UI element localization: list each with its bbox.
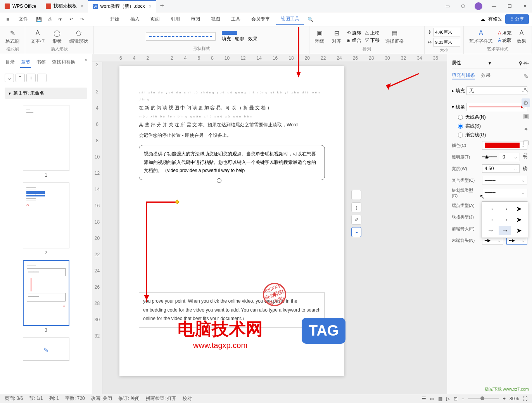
- view-icon[interactable]: ▷: [446, 396, 450, 401]
- text-outline-button[interactable]: A 轮廓: [498, 37, 511, 44]
- dash-select[interactable]: ━━━━: [482, 189, 527, 197]
- arrow-opt[interactable]: →: [484, 204, 497, 214]
- page-thumb-3[interactable]: ━━━━━━━━━━━━━━━━○: [23, 260, 69, 326]
- page-thumb-2[interactable]: ━━━━━━━━━━━━━━━━▬▬▬▬━━━━━━━━━━━━━━━━○: [23, 183, 69, 248]
- fill-section[interactable]: ▸ 填充无: [452, 85, 527, 96]
- status-revision[interactable]: 修订: 关闭: [118, 395, 140, 402]
- zoom-in-button[interactable]: +: [503, 396, 506, 401]
- group-button[interactable]: ⊞ 组合: [347, 37, 361, 44]
- fill-select[interactable]: 无: [466, 86, 527, 95]
- menu-icon[interactable]: ≡: [3, 15, 12, 24]
- reader-icon[interactable]: ▭: [440, 1, 454, 12]
- arrow-opt[interactable]: →: [499, 204, 511, 214]
- menu-drawing[interactable]: 绘图工具: [276, 13, 304, 25]
- view-icon[interactable]: ▭: [430, 396, 434, 401]
- text-fill-button[interactable]: A 填充: [498, 30, 511, 36]
- menu-review[interactable]: 审阅: [186, 14, 205, 25]
- minimize-panel-icon[interactable]: —: [522, 59, 530, 67]
- zoom-slider[interactable]: [468, 398, 499, 399]
- status-spellcheck[interactable]: 拼写检查: 打开: [146, 395, 176, 402]
- arrow-opt[interactable]: ➤: [513, 226, 525, 235]
- layout-icon[interactable]: ⫿: [351, 202, 361, 212]
- textbox-button[interactable]: A文本框: [28, 28, 47, 45]
- limit-icon[interactable]: ▣: [522, 112, 530, 120]
- zoom-out-icon[interactable]: −: [351, 190, 361, 200]
- format-painter[interactable]: ✎格式刷: [3, 28, 22, 45]
- pen-icon[interactable]: ✎: [522, 72, 530, 81]
- arrow-opt[interactable]: →: [499, 215, 511, 224]
- callout-shape[interactable]: 视频提供了功能强大的方法帮助您证明您的观点。当您单击联机视频时，可以在想要添加的…: [139, 145, 325, 180]
- red-arrow-shape[interactable]: [146, 202, 147, 302]
- view-icon[interactable]: ☰: [422, 396, 426, 401]
- tab-templates[interactable]: 找稻壳模板×: [41, 0, 88, 12]
- menu-member[interactable]: 会员专享: [247, 14, 275, 25]
- arrow-opt[interactable]: →: [484, 226, 497, 235]
- fill-preview[interactable]: [222, 31, 237, 35]
- opacity-input[interactable]: 0: [500, 153, 520, 161]
- width-input[interactable]: [433, 38, 460, 46]
- wrap-button[interactable]: ▣环绕: [313, 28, 326, 45]
- add-section-button[interactable]: +: [26, 74, 36, 82]
- add-tab-button[interactable]: +: [156, 2, 168, 10]
- ruler-horizontal[interactable]: 6422468101214161820222426283032343638404…: [92, 54, 447, 62]
- link-icon[interactable]: ⫘: [351, 227, 361, 237]
- search-icon[interactable]: 🔍: [306, 15, 315, 24]
- height-input[interactable]: [433, 28, 460, 36]
- eyedropper-icon[interactable]: ✐: [351, 215, 361, 225]
- zoom-out-button[interactable]: −: [461, 396, 464, 401]
- select-icon[interactable]: ↖: [522, 85, 530, 94]
- move-up-button[interactable]: △ 上移: [364, 30, 380, 36]
- redo-icon[interactable]: ↷: [78, 15, 87, 24]
- maximize-button[interactable]: ☐: [503, 1, 516, 12]
- menu-page[interactable]: 页面: [146, 14, 164, 25]
- status-proof[interactable]: 校对: [183, 395, 192, 402]
- fill-button[interactable]: 填充: [222, 36, 231, 42]
- arrow-opt[interactable]: ➤: [513, 204, 525, 214]
- arrow-opt[interactable]: ➤: [513, 215, 525, 224]
- collapse-button[interactable]: ⌵: [5, 74, 14, 82]
- line-none-radio[interactable]: 无线条(N): [452, 113, 527, 122]
- close-icon[interactable]: ×: [81, 3, 83, 9]
- tab-document[interactable]: Wword教程（新）.docx×: [88, 0, 156, 12]
- page-thumb-4[interactable]: ✎: [23, 338, 69, 361]
- undo-icon[interactable]: ↶: [67, 15, 76, 24]
- minimize-button[interactable]: —: [487, 1, 501, 12]
- line-section[interactable]: ▾ 线条: [452, 101, 527, 113]
- status-column[interactable]: 列: 1: [49, 395, 59, 402]
- page-thumb-1[interactable]: ━━━━━━━━━: [23, 105, 69, 171]
- nav-tab-toc[interactable]: 目录: [5, 57, 16, 68]
- status-words[interactable]: 字数: 720: [65, 395, 85, 402]
- status-overwrite[interactable]: 改写: 关闭: [91, 395, 112, 402]
- cube-icon[interactable]: ⬡: [456, 1, 470, 12]
- close-icon[interactable]: ×: [149, 4, 152, 9]
- settings-icon[interactable]: ⚙: [522, 98, 530, 107]
- menu-reference[interactable]: 引用: [166, 14, 185, 25]
- line-style-gallery[interactable]: [146, 32, 216, 41]
- bookmark-icon[interactable]: ◫: [522, 138, 530, 146]
- adjustment-handle[interactable]: [175, 200, 179, 204]
- expand-button[interactable]: ⌃: [16, 74, 25, 82]
- preview-icon[interactable]: 👁: [56, 15, 65, 24]
- line-gradient-radio[interactable]: 渐变线(G): [452, 131, 527, 140]
- line-solid-radio[interactable]: 实线(S): [452, 122, 527, 131]
- status-page[interactable]: 页面: 3/6: [5, 395, 23, 402]
- view-icon[interactable]: ⊡: [454, 396, 458, 401]
- compound-select[interactable]: ━━━━: [482, 176, 527, 184]
- status-section[interactable]: 节: 1/1: [29, 395, 43, 402]
- nav-tab-bookmarks[interactable]: 书签: [36, 57, 47, 68]
- nav-tab-find[interactable]: 查找和替换: [51, 57, 76, 68]
- selection-pane-button[interactable]: ▤选择窗格: [383, 28, 406, 45]
- remove-section-button[interactable]: −: [37, 74, 47, 82]
- tab-fill-line[interactable]: 填充与线条: [452, 72, 475, 79]
- more-icon[interactable]: ⋯: [522, 164, 530, 173]
- fullscreen-icon[interactable]: ⛶: [523, 396, 527, 401]
- tab-effects[interactable]: 效果: [481, 72, 491, 79]
- print-icon[interactable]: ⎙: [45, 15, 54, 24]
- tools-icon[interactable]: ✦: [522, 125, 530, 133]
- align-button[interactable]: ⊟对齐: [330, 28, 344, 45]
- view-icon[interactable]: ▦: [438, 396, 442, 401]
- ruler-vertical[interactable]: 22468101214161820222426283032: [92, 62, 102, 395]
- tab-wps[interactable]: WPS Office: [0, 0, 41, 12]
- line-preview-select[interactable]: [466, 103, 527, 111]
- arrow-opt[interactable]: →: [484, 215, 497, 224]
